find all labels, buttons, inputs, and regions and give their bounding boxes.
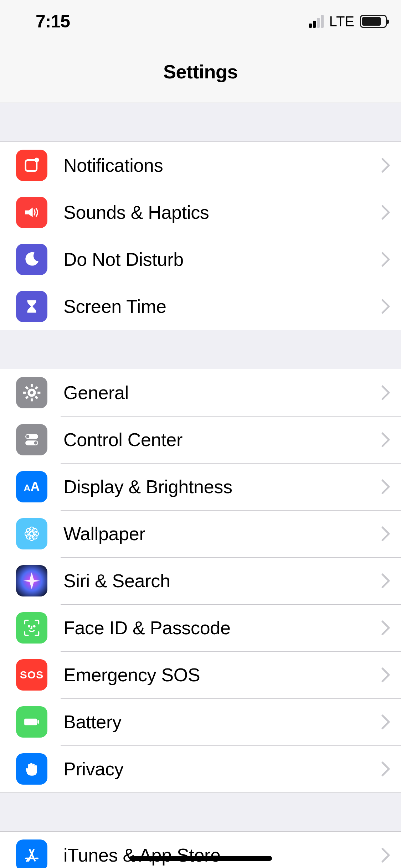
chevron-right-icon [381, 573, 390, 589]
section-gap [0, 330, 401, 369]
svg-point-17 [29, 536, 34, 541]
settings-row-dnd[interactable]: Do Not Disturb [0, 236, 401, 283]
row-label: Do Not Disturb [63, 249, 381, 270]
settings-section: NotificationsSounds & HapticsDo Not Dist… [0, 141, 401, 330]
row-label: Face ID & Passcode [63, 617, 381, 639]
row-label: General [63, 382, 381, 403]
settings-row-battery[interactable]: Battery [0, 698, 401, 745]
settings-row-wallpaper[interactable]: Wallpaper [0, 510, 401, 557]
row-label: Siri & Search [63, 570, 381, 591]
notifications-icon [16, 150, 47, 181]
svg-point-24 [29, 626, 30, 627]
settings-row-general[interactable]: General [0, 369, 401, 416]
chevron-right-icon [381, 620, 390, 636]
toggles-icon [16, 424, 47, 455]
chevron-right-icon [381, 667, 390, 683]
svg-marker-2 [25, 208, 33, 217]
chevron-right-icon [381, 385, 390, 401]
chevron-right-icon [381, 479, 390, 495]
settings-row-screentime[interactable]: Screen Time [0, 283, 401, 330]
settings-section: iTunes & App Store [0, 831, 401, 868]
speaker-icon [16, 197, 47, 228]
svg-rect-0 [26, 160, 37, 171]
hourglass-icon [16, 291, 47, 322]
row-label: Notifications [63, 155, 381, 176]
nav-header: Settings [0, 46, 401, 103]
settings-row-notifications[interactable]: Notifications [0, 142, 401, 189]
settings-row-appstore[interactable]: iTunes & App Store [0, 832, 401, 868]
row-label: Screen Time [63, 296, 381, 317]
svg-point-20 [26, 528, 31, 533]
svg-point-21 [32, 528, 37, 533]
hand-icon [16, 753, 47, 785]
svg-point-1 [35, 157, 39, 162]
svg-point-19 [34, 531, 38, 536]
svg-point-22 [26, 534, 31, 539]
status-bar: 7:15 LTE [0, 0, 401, 46]
chevron-right-icon [381, 432, 390, 448]
battery-icon [16, 706, 47, 738]
section-gap [0, 103, 401, 141]
svg-line-9 [35, 387, 37, 389]
settings-row-sos[interactable]: SOSEmergency SOS [0, 651, 401, 698]
settings-row-privacy[interactable]: Privacy [0, 745, 401, 792]
section-gap [0, 793, 401, 831]
svg-line-8 [35, 396, 37, 398]
svg-rect-26 [24, 719, 37, 725]
svg-point-16 [29, 527, 34, 532]
svg-line-7 [26, 387, 28, 389]
chevron-right-icon [381, 157, 390, 173]
status-right: LTE [309, 14, 387, 30]
svg-rect-27 [37, 720, 39, 723]
row-label: Control Center [63, 429, 381, 450]
settings-row-controlcenter[interactable]: Control Center [0, 416, 401, 463]
svg-line-32 [27, 859, 28, 861]
svg-point-25 [34, 626, 35, 627]
settings-row-faceid[interactable]: Face ID & Passcode [0, 604, 401, 651]
svg-point-12 [26, 435, 29, 438]
cellular-signal-icon [309, 15, 324, 28]
chevron-right-icon [381, 252, 390, 267]
svg-point-14 [34, 441, 37, 444]
row-label: Sounds & Haptics [63, 202, 381, 223]
chevron-right-icon [381, 526, 390, 542]
settings-row-display[interactable]: AADisplay & Brightness [0, 463, 401, 510]
row-label: Emergency SOS [63, 664, 381, 686]
row-label: Privacy [63, 758, 381, 780]
svg-point-23 [32, 534, 37, 539]
chevron-right-icon [381, 847, 390, 863]
moon-icon [16, 244, 47, 275]
chevron-right-icon [381, 714, 390, 730]
flower-icon [16, 518, 47, 549]
row-label: Display & Brightness [63, 476, 381, 497]
settings-section: GeneralControl CenterAADisplay & Brightn… [0, 369, 401, 793]
row-label: Battery [63, 711, 381, 733]
svg-line-10 [26, 396, 28, 398]
status-time: 7:15 [36, 11, 70, 32]
chevron-right-icon [381, 299, 390, 314]
home-indicator[interactable] [129, 856, 272, 861]
battery-icon [360, 15, 387, 28]
row-label: iTunes & App Store [63, 844, 381, 866]
appstore-icon [16, 839, 47, 868]
row-label: Wallpaper [63, 523, 381, 544]
svg-point-18 [25, 531, 30, 536]
chevron-right-icon [381, 761, 390, 777]
gear-icon [16, 377, 47, 408]
page-title: Settings [0, 61, 401, 83]
settings-row-sounds[interactable]: Sounds & Haptics [0, 189, 401, 236]
siri-icon [16, 565, 47, 596]
chevron-right-icon [381, 205, 390, 220]
faceid-icon [16, 612, 47, 644]
settings-row-siri[interactable]: Siri & Search [0, 557, 401, 604]
aa-icon: AA [16, 471, 47, 502]
network-label: LTE [329, 14, 354, 30]
sos-icon: SOS [16, 659, 47, 691]
